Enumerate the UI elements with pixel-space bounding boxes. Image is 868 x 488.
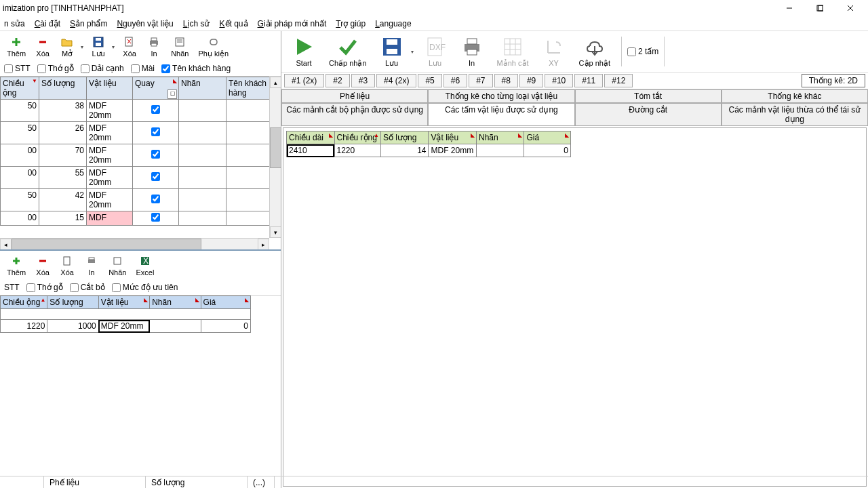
delete-button[interactable]: Xóa [31,34,54,59]
accessory-button[interactable]: Phụ kiện [194,34,233,60]
col-tenkh[interactable]: Tên khách hàng [226,77,271,100]
chk2-thogo[interactable]: Thớ gỗ [26,283,63,292]
col-nhan[interactable]: Nhãn [179,77,226,100]
col3-vatlieu[interactable]: Vật liệu◣ [429,131,477,144]
col3-nhan[interactable]: Nhãn◣ [476,131,524,144]
col-soluong[interactable]: Số lượng [39,77,87,100]
subtab-summary[interactable]: Tóm tắt [575,89,722,102]
tab-12[interactable]: #12 [604,74,633,87]
stock-grid[interactable]: Chiều ộng▲ Số lượng Vật liệu◣ Nhãn◣ Giá◣… [0,296,251,333]
chk-thogo[interactable]: Thớ gỗ [37,64,74,73]
tab-6[interactable]: #6 [443,74,467,87]
open-button[interactable]: Mở [56,34,79,60]
menu-material[interactable]: Nguyên vật liệu [117,19,173,28]
subtab-cutline[interactable]: Đường cắt [575,103,722,125]
clear-button[interactable]: Xóa [118,34,141,59]
row-quay-chk[interactable] [151,105,160,114]
subtab-other[interactable]: Thống kê khác [722,89,868,102]
tab-7[interactable]: #7 [469,74,492,87]
subtab-parts-used[interactable]: Các mảnh cắt bộ phận được sử dụng [281,103,428,125]
tab-8[interactable]: #8 [494,74,518,87]
row-quay-chk[interactable] [151,150,160,159]
row-quay-chk[interactable] [151,213,160,222]
menu-history[interactable]: Lịch sử [183,19,210,28]
tab-2[interactable]: #2 [326,74,349,87]
table-row[interactable]: 0015MDF [1,211,271,226]
table-row[interactable]: 2410 1220 14 MDF 20mm 0 [287,144,571,157]
close-button[interactable] [835,0,865,16]
table-row[interactable]: 0055MDF 20mm [1,167,271,189]
subtab-material-stats[interactable]: Thống kê cho từng loại vật liệu [428,89,574,102]
label-button[interactable]: Nhãn [167,34,193,59]
delete2-button[interactable]: Xóa [31,253,54,278]
subtab-waste[interactable]: Phế liệu [281,89,428,102]
label2-button[interactable]: Nhãn [104,253,130,278]
clear2-button[interactable]: Xóa [56,253,79,278]
update-button[interactable]: Cập nhật [574,34,616,69]
menu-product[interactable]: Sản phẩm [70,19,107,28]
col3-chieudai[interactable]: Chiều dài◣ [287,131,335,144]
chk-stt[interactable]: STT [4,64,31,73]
row-quay-chk[interactable] [151,127,160,136]
table-row[interactable]: 0070MDF 20mm [1,144,271,167]
grid1-vscroll[interactable]: ▴ ▾ [269,77,281,238]
tab-9[interactable]: #9 [519,74,543,87]
col3-chieurong[interactable]: Chiều rộng▲ [334,131,380,144]
piece-button[interactable]: Mảnh cắt [492,34,534,69]
excel-button[interactable]: XExcel [132,253,158,278]
chk-tenkh[interactable]: Tên khách hàng [161,64,231,73]
chk-mai[interactable]: Mài [131,64,155,73]
tab-stats[interactable]: Thống kê: 2D [802,74,865,87]
print-button[interactable]: In [142,34,165,59]
chk-daicanh[interactable]: Dải cạnh [81,64,124,73]
add2-button[interactable]: Thêm [3,253,30,278]
save-dropdown[interactable]: ▾ [110,40,117,54]
chk2-mucdo[interactable]: Mức độ ưu tiên [112,283,178,292]
save2-button[interactable]: Lưu [375,34,409,69]
col3-gia[interactable]: Giá◣ [524,131,571,144]
grid1-hscroll[interactable]: ◂ ▸ [0,238,269,249]
tab-3[interactable]: #3 [351,74,375,87]
col2-chieu[interactable]: Chiều ộng▲ [1,296,47,309]
col3-soluong[interactable]: Số lượng [380,131,429,144]
menu-settings[interactable]: Cài đặt [35,19,60,28]
tab-10[interactable]: #10 [545,74,573,87]
minimize-button[interactable] [774,0,804,16]
menu-solution[interactable]: Giải pháp mới nhất [258,19,327,28]
table-row[interactable]: 5042MDF 20mm [1,189,271,211]
add-button[interactable]: Thêm [3,34,30,59]
tab-5[interactable]: #5 [418,74,441,87]
open-dropdown[interactable]: ▾ [79,40,85,54]
stats-grid[interactable]: Chiều dài◣ Chiều rộng▲ Số lượng Vật liệu… [286,131,571,157]
tab-11[interactable]: #11 [574,74,603,87]
maximize-button[interactable] [804,0,835,16]
tab-4[interactable]: #4 (2x) [376,74,416,87]
quay-filter[interactable]: ☐ [167,89,177,99]
print2-button[interactable]: In [80,253,103,278]
col-chieu[interactable]: Chiều ộng▼ [1,77,39,100]
menu-edit[interactable]: n sửa [4,19,25,28]
save-button[interactable]: Lưu [87,34,110,60]
table-row[interactable]: 5026MDF 20mm [1,122,271,144]
save2-dropdown[interactable]: ▾ [409,45,416,58]
col-vatlieu[interactable]: Vật liệu [87,77,133,100]
row-quay-chk[interactable] [151,172,160,181]
menu-language[interactable]: Language [375,19,411,28]
subtab-reusable[interactable]: Các mảnh vật liệu thừa có thể tái sử dụn… [722,103,868,125]
menu-help[interactable]: Trợ giúp [336,19,366,28]
xy-button[interactable]: XY [537,34,571,68]
menu-result[interactable]: Kết quả [220,19,248,28]
print3-button[interactable]: In [455,34,489,68]
table-row[interactable]: 1220 1000 MDF 20mm 0 [1,320,251,333]
col-quay[interactable]: Quay◣☐ [133,77,179,100]
col2-vatlieu[interactable]: Vật liệu◣ [98,296,149,309]
parts-grid[interactable]: Chiều ộng▼ Số lượng Vật liệu Quay◣☐ Nhãn… [0,77,271,226]
col2-gia[interactable]: Giá◣ [201,296,250,309]
row-quay-chk[interactable] [151,195,160,203]
start-button[interactable]: Start [287,34,321,68]
col2-soluong[interactable]: Số lượng [47,296,98,309]
tab-1[interactable]: #1 (2x) [284,74,324,87]
save-dxf-button[interactable]: DXF Lưu [418,34,452,69]
table-row[interactable]: 5038MDF 20mm [1,100,271,122]
chk-2tam[interactable]: 2 tấm [627,47,658,56]
